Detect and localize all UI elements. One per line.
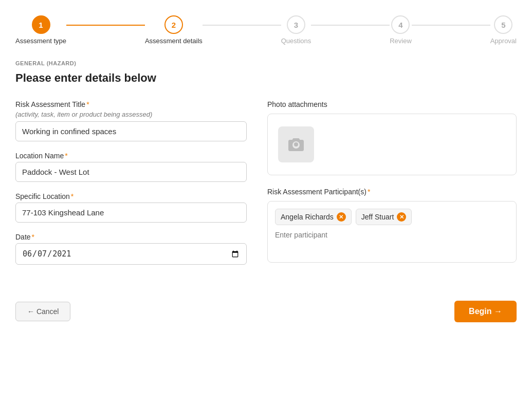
participants-group: Risk Assessment Participant(s)* Angela R… <box>267 188 517 263</box>
step-circle-2: 2 <box>164 15 183 34</box>
step-2: 2 Assessment details <box>145 15 203 45</box>
step-5: 5 Approval <box>490 15 517 45</box>
risk-title-label: Risk Assessment Title* <box>15 100 247 108</box>
connector-1-2 <box>66 25 145 26</box>
date-label: Date* <box>15 233 247 241</box>
page-title: Please enter details below <box>15 71 517 85</box>
step-label-4: Review <box>390 37 412 45</box>
form-right: Photo attachments Risk Assessment Partic… <box>267 100 517 275</box>
photo-group: Photo attachments <box>267 100 517 175</box>
participant-name-jeff: Jeff Stuart <box>361 213 394 221</box>
stepper: 1 Assessment type 2 Assessment details 3… <box>15 10 517 45</box>
participants-label: Risk Assessment Participant(s)* <box>267 188 517 196</box>
participant-tag-jeff: Jeff Stuart ✕ <box>356 209 412 225</box>
specific-location-group: Specific Location* <box>15 192 247 223</box>
photo-label: Photo attachments <box>267 100 517 108</box>
step-label-1: Assessment type <box>15 37 66 45</box>
remove-jeff-button[interactable]: ✕ <box>397 212 406 222</box>
participants-box: Angela Richards ✕ Jeff Stuart ✕ <box>267 201 517 263</box>
risk-title-group: Risk Assessment Title* (activity, task, … <box>15 100 247 141</box>
step-circle-1: 1 <box>32 15 50 34</box>
step-circle-4: 4 <box>391 15 410 34</box>
cancel-button[interactable]: ← Cancel <box>15 302 70 321</box>
footer: ← Cancel Begin → <box>15 296 517 322</box>
connector-4-5 <box>412 25 490 26</box>
connector-2-3 <box>203 25 281 26</box>
step-label-3: Questions <box>281 37 311 45</box>
participant-tags: Angela Richards ✕ Jeff Stuart ✕ <box>275 209 509 225</box>
participant-tag-angela: Angela Richards ✕ <box>275 209 352 225</box>
step-1: 1 Assessment type <box>15 15 66 45</box>
step-4: 4 Review <box>390 15 412 45</box>
step-label-2: Assessment details <box>145 37 203 45</box>
date-group: Date* <box>15 233 247 265</box>
section-label: GENERAL (HAZARD) <box>15 60 517 66</box>
risk-title-input[interactable] <box>15 121 247 141</box>
specific-location-label: Specific Location* <box>15 192 247 200</box>
step-circle-3: 3 <box>287 15 305 34</box>
connector-3-4 <box>311 25 390 26</box>
step-circle-5: 5 <box>494 15 512 34</box>
risk-title-hint: (activity, task, item or product being a… <box>15 111 247 118</box>
remove-angela-button[interactable]: ✕ <box>337 212 346 222</box>
specific-location-input[interactable] <box>15 203 247 223</box>
participant-name-angela: Angela Richards <box>281 213 334 221</box>
photo-placeholder-icon <box>278 126 314 162</box>
form-layout: Risk Assessment Title* (activity, task, … <box>15 100 517 275</box>
location-input[interactable] <box>15 162 247 182</box>
participant-input[interactable] <box>275 231 509 239</box>
photo-box[interactable] <box>267 114 517 175</box>
step-3: 3 Questions <box>281 15 311 45</box>
begin-button[interactable]: Begin → <box>454 301 517 322</box>
location-label: Location Name* <box>15 152 247 160</box>
date-input[interactable] <box>15 243 247 265</box>
form-left: Risk Assessment Title* (activity, task, … <box>15 100 247 275</box>
location-group: Location Name* <box>15 152 247 182</box>
step-label-5: Approval <box>490 37 517 45</box>
